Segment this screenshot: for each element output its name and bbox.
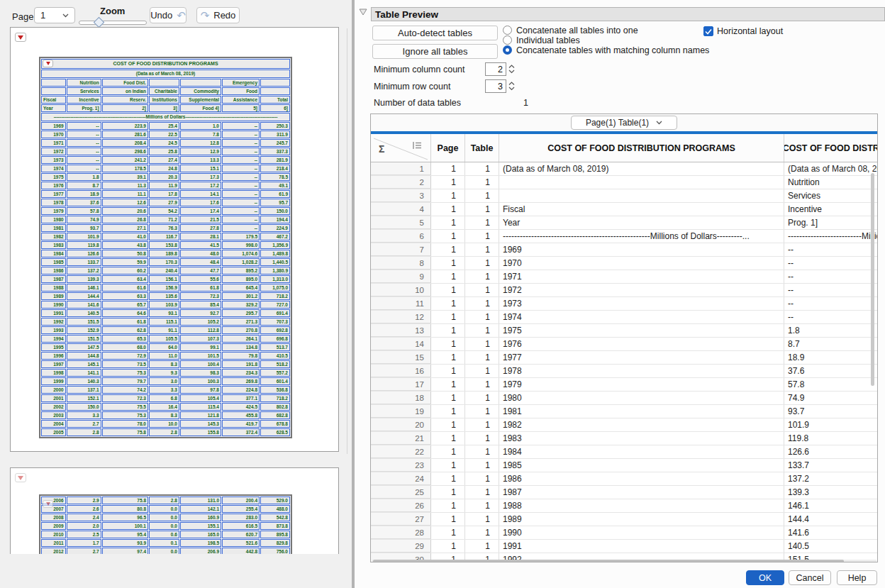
pdf-data-row[interactable]: 1972--298.625.812.9--337.3: [41, 148, 290, 155]
pdf-cell[interactable]: --: [222, 165, 260, 172]
row-number-cell[interactable]: 14: [371, 338, 431, 350]
pdf-cell[interactable]: 2008: [41, 514, 66, 521]
table-row[interactable]: 12111974--: [371, 311, 877, 324]
pdf-data-row[interactable]: 20042.778.010.0145.3419.7678.8: [41, 420, 290, 428]
pdf-cell[interactable]: 2.8: [67, 428, 101, 436]
pdf-cell[interactable]: 240.4: [149, 267, 179, 274]
cancel-button[interactable]: Cancel: [789, 570, 831, 585]
pdf-cell[interactable]: 2.9: [67, 497, 101, 504]
pdf-cell[interactable]: 1993: [41, 326, 66, 334]
detected-table-page2[interactable]: 20062.975.82.8131.0200.4529.020072.680.8…: [39, 494, 292, 554]
pdf-cell[interactable]: 536.8: [260, 386, 290, 394]
pdf-cell[interactable]: 2.5: [67, 531, 101, 538]
radio-individual-tables-label[interactable]: Individual tables: [516, 35, 580, 45]
cost-col2-cell[interactable]: 101.9: [784, 418, 877, 431]
pdf-cell[interactable]: --: [222, 182, 260, 189]
pdf-cell[interactable]: 178.5: [102, 165, 148, 172]
spinner-down-icon[interactable]: [508, 70, 515, 74]
table-cell[interactable]: 1: [465, 351, 499, 364]
cost-col2-cell[interactable]: 144.4: [784, 513, 877, 526]
pdf-cell[interactable]: 2.7: [67, 420, 101, 428]
pdf-cell[interactable]: 1976: [41, 182, 66, 189]
page-cell[interactable]: 1: [431, 499, 465, 512]
page-cell[interactable]: 1: [431, 365, 465, 377]
pdf-data-row[interactable]: 19768.711.311.917.2--49.1: [41, 182, 290, 189]
pdf-cell[interactable]: 27.1: [102, 224, 148, 232]
pdf-cell[interactable]: 8.7: [67, 182, 101, 189]
cost-col1-cell[interactable]: 1969: [499, 243, 784, 256]
pdf-cell[interactable]: [41, 79, 66, 87]
pdf-cell[interactable]: 8.3: [149, 411, 179, 419]
table-cell[interactable]: 1: [465, 162, 499, 175]
table-row[interactable]: 411FiscalIncentive: [371, 203, 877, 216]
pdf-cell[interactable]: 1985: [41, 258, 66, 266]
pdf-cell[interactable]: 1970: [41, 131, 66, 138]
pdf-cell[interactable]: 80.8: [102, 505, 148, 513]
pdf-cell[interactable]: --: [222, 173, 260, 181]
pdf-cell[interactable]: 727.0: [260, 301, 290, 309]
cost-col2-cell[interactable]: 18.9: [784, 351, 877, 364]
table-row[interactable]: 311Services: [371, 189, 877, 203]
pdf-cell[interactable]: Year: [41, 104, 66, 112]
cost-col1-cell[interactable]: 1980: [499, 392, 784, 404]
pdf-cell[interactable]: 15.1: [180, 165, 221, 172]
pdf-cell[interactable]: 1989: [41, 292, 66, 300]
pdf-units-row[interactable]: ----------------------------------------…: [41, 113, 290, 121]
pdf-cell[interactable]: 270.8: [222, 326, 260, 334]
row-number-cell[interactable]: 4: [371, 203, 431, 216]
pdf-cell[interactable]: Services: [67, 87, 101, 95]
pdf-cell[interactable]: 79.8: [222, 352, 260, 360]
cost-col1-cell[interactable]: 1977: [499, 351, 784, 364]
grid-horizontal-scrollbar-thumb[interactable]: [373, 560, 844, 562]
pdf-cell[interactable]: 1973: [41, 156, 66, 164]
pdf-data-row[interactable]: 1990141.665.7103.985.4329.2727.0: [41, 301, 290, 309]
pdf-cell[interactable]: 101.9: [67, 233, 101, 240]
page-cell[interactable]: 1: [431, 472, 465, 485]
pdf-cell[interactable]: 1994: [41, 335, 66, 343]
pdf-cell[interactable]: 2.4: [67, 514, 101, 521]
pdf-data-row[interactable]: 1982101.941.0116.728.1179.5467.2: [41, 233, 290, 240]
cost-col2-cell[interactable]: 137.2: [784, 472, 877, 485]
table-cell[interactable]: 1: [465, 418, 499, 431]
table-cell[interactable]: 1: [465, 311, 499, 323]
pdf-cell[interactable]: 17.6: [180, 199, 221, 206]
pdf-cell[interactable]: 12.9: [180, 148, 221, 155]
cost-col1-cell[interactable]: ----------------------------------------…: [499, 230, 784, 243]
pdf-page-1[interactable]: COST OF FOOD DISTRIBUTION PROGRAMS(Data …: [10, 27, 339, 452]
pdf-cell[interactable]: 39.1: [102, 173, 148, 181]
pdf-cell[interactable]: 410.5: [260, 352, 290, 360]
pdf-cell[interactable]: 115.4: [180, 403, 221, 411]
cost-col1-cell[interactable]: [499, 189, 784, 202]
table-cell[interactable]: 1: [465, 230, 499, 243]
cost-col2-cell[interactable]: --: [784, 311, 877, 323]
pdf-cell[interactable]: Incentive: [67, 96, 101, 104]
pdf-cell[interactable]: 1988: [41, 284, 66, 292]
pdf-cell[interactable]: 41.5: [180, 241, 221, 249]
pdf-cell[interactable]: 467.2: [260, 233, 290, 240]
pdf-cell[interactable]: 283.0: [222, 514, 260, 521]
page-red-triangle-button[interactable]: [15, 33, 26, 42]
pdf-data-row[interactable]: 1974--178.524.815.1--218.4: [41, 165, 290, 172]
pdf-cell[interactable]: Food: [222, 87, 260, 95]
pdf-cell[interactable]: 27.9: [149, 199, 179, 206]
pdf-header-row[interactable]: NutritionFood Dist.Emergency: [41, 79, 290, 87]
pdf-cell[interactable]: 179.5: [222, 233, 260, 240]
radio-concatenate-all[interactable]: [503, 26, 512, 35]
pdf-cell[interactable]: 60.2: [102, 267, 148, 274]
pdf-cell[interactable]: 68.0: [102, 343, 148, 351]
pdf-data-row[interactable]: 1995147.568.064.099.1134.8513.7: [41, 343, 290, 351]
pdf-cell[interactable]: 628.5: [260, 428, 290, 436]
pdf-cell[interactable]: 829.8: [260, 539, 290, 547]
row-number-cell[interactable]: 24: [371, 472, 431, 485]
pdf-cell[interactable]: 75.3: [102, 411, 148, 419]
cost-col2-cell[interactable]: (Data as of March 08, 2019): [784, 162, 877, 175]
pdf-header-row[interactable]: Serviceson IndianCharitableCommodityFood: [41, 87, 290, 95]
row-number-cell[interactable]: 26: [371, 499, 431, 512]
pdf-cell[interactable]: 1996: [41, 352, 66, 360]
pdf-cell[interactable]: 301.2: [222, 292, 260, 300]
pdf-cell[interactable]: 1969: [41, 122, 66, 130]
pdf-cell[interactable]: 1,380.9: [260, 267, 290, 274]
pdf-cell[interactable]: 146.1: [67, 284, 101, 292]
pdf-cell[interactable]: 137.1: [67, 386, 101, 394]
cost-col2-cell[interactable]: --: [784, 243, 877, 256]
